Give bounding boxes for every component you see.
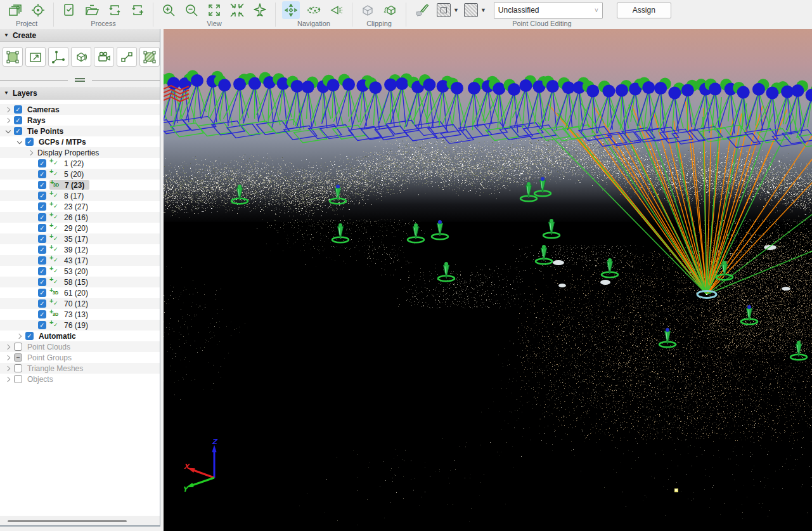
layer-row-3[interactable]: ✓GCPs / MTPs xyxy=(0,136,160,147)
layer-row-15[interactable]: ✓+✓53 (20) xyxy=(0,266,160,277)
layers-panel-header[interactable]: ▼ Layers xyxy=(0,87,160,100)
layer-checkbox[interactable]: ✓ xyxy=(38,202,46,211)
draw-line-button[interactable] xyxy=(117,47,137,67)
rerun-add-button[interactable] xyxy=(129,1,146,19)
chevron-right-icon[interactable] xyxy=(4,116,13,125)
layer-row-13[interactable]: ✓+✓39 (12) xyxy=(0,244,160,255)
3d-viewport[interactable] xyxy=(164,29,812,531)
layer-row-7[interactable]: ✓+3D7 (23) xyxy=(0,180,160,190)
layer-checkbox[interactable]: ✓ xyxy=(38,321,46,329)
layer-checkbox[interactable]: ✓ xyxy=(38,310,46,318)
layer-row-5[interactable]: ✓+✓1 (22) xyxy=(0,158,160,169)
draw-polygon-button[interactable] xyxy=(3,47,23,67)
layer-row-18[interactable]: ✓+✓70 (12) xyxy=(0,298,160,309)
layer-row-22[interactable]: Point Clouds xyxy=(0,341,160,352)
assign-button[interactable]: Assign xyxy=(617,3,671,18)
create-panel-header[interactable]: ▼ Create xyxy=(0,29,160,42)
chevron-right-icon[interactable] xyxy=(27,148,35,157)
layer-checkbox[interactable]: ✓ xyxy=(38,213,46,221)
selection-shape-dropdown-caret[interactable]: ▼ xyxy=(480,7,486,13)
clip-box-button[interactable] xyxy=(359,1,377,19)
layer-checkbox[interactable]: ✓ xyxy=(38,235,46,243)
layer-checkbox[interactable]: ✓ xyxy=(38,256,46,265)
layer-row-16[interactable]: ✓+✓58 (15) xyxy=(0,277,160,287)
look-around-button[interactable] xyxy=(328,1,345,19)
layer-checkbox[interactable]: ✓ xyxy=(38,289,46,297)
layer-row-1[interactable]: ✓Rays xyxy=(0,115,160,126)
layer-row-21[interactable]: ✓Automatic xyxy=(0,331,160,341)
layer-row-0[interactable]: ✓Cameras xyxy=(0,104,160,115)
layer-row-6[interactable]: ✓+✓5 (20) xyxy=(0,169,160,180)
layer-checkbox[interactable]: ✓ xyxy=(38,278,46,286)
chevron-right-icon[interactable] xyxy=(4,375,13,384)
georeference-target-button[interactable] xyxy=(29,1,47,19)
place-axis-button[interactable] xyxy=(48,47,68,67)
layer-row-11[interactable]: ✓+✓29 (20) xyxy=(0,223,160,233)
open-project-button[interactable] xyxy=(83,1,101,19)
layer-checkbox[interactable]: ✓ xyxy=(38,224,46,232)
layer-checkbox[interactable] xyxy=(14,375,22,383)
layer-row-8[interactable]: ✓+✓8 (17) xyxy=(0,190,160,201)
processing-report-button[interactable] xyxy=(60,1,78,19)
scrollbar-thumb[interactable] xyxy=(8,520,127,522)
layer-row-17[interactable]: ✓+3D61 (20) xyxy=(0,287,160,298)
layer-checkbox[interactable]: ✓ xyxy=(38,299,46,308)
layer-checkbox[interactable]: ✓ xyxy=(38,170,46,178)
point-cloud-canvas[interactable] xyxy=(164,29,812,531)
layer-checkbox[interactable]: ✓ xyxy=(14,127,22,135)
zoom-in-button[interactable] xyxy=(160,1,177,19)
chevron-down-icon[interactable] xyxy=(15,138,24,147)
selection-tool-button[interactable] xyxy=(437,3,451,17)
layer-row-20[interactable]: ✓+✓76 (19) xyxy=(0,320,160,331)
layer-row-2[interactable]: ✓Tie Points xyxy=(0,126,160,136)
paint-classification-button[interactable] xyxy=(413,1,432,19)
horizontal-scrollbar[interactable] xyxy=(0,516,160,525)
layer-row-14[interactable]: ✓+✓43 (17) xyxy=(0,255,160,266)
zoom-extents-button[interactable] xyxy=(205,1,223,19)
rerun-processing-button[interactable] xyxy=(106,1,124,19)
layer-checkbox[interactable]: ✓ xyxy=(38,246,46,254)
clip-box-edit-button[interactable] xyxy=(382,1,399,19)
chevron-right-icon[interactable] xyxy=(4,105,13,114)
layer-checkbox[interactable] xyxy=(14,343,22,351)
layer-row-24[interactable]: Triangle Meshes xyxy=(0,363,160,374)
layer-checkbox[interactable]: ✓ xyxy=(25,332,34,340)
clip-box-edit-icon xyxy=(383,3,398,18)
zoom-selection-button[interactable] xyxy=(228,1,246,19)
panel-splitter[interactable] xyxy=(0,73,160,87)
place-camera-button[interactable] xyxy=(94,47,114,67)
layer-checkbox[interactable]: ✓ xyxy=(14,105,22,114)
chevron-right-icon[interactable] xyxy=(15,332,24,341)
layer-checkbox[interactable]: ✓ xyxy=(38,159,46,167)
selection-shape-button[interactable] xyxy=(464,3,478,17)
chevron-right-icon[interactable] xyxy=(4,343,13,351)
zoom-out-button[interactable] xyxy=(183,1,200,19)
layer-row-4[interactable]: Display Properties xyxy=(0,147,160,158)
layer-checkbox[interactable]: ✓ xyxy=(38,181,46,189)
draw-box-button[interactable] xyxy=(71,47,91,67)
photos-button[interactable] xyxy=(6,1,24,19)
layer-row-19[interactable]: ✓+3D73 (13) xyxy=(0,309,160,320)
layer-checkbox[interactable]: ✓ xyxy=(38,267,46,275)
layer-checkbox[interactable] xyxy=(14,364,22,372)
selected-layer-highlight[interactable]: +3D7 (23) xyxy=(49,180,89,190)
layer-row-9[interactable]: ✓+✓23 (27) xyxy=(0,201,160,212)
chevron-right-icon[interactable] xyxy=(4,364,13,373)
layer-checkbox[interactable]: ✓ xyxy=(14,116,22,124)
chevron-right-icon[interactable] xyxy=(4,353,13,362)
pan-button[interactable] xyxy=(282,1,300,19)
layer-row-10[interactable]: ✓+✓26 (16) xyxy=(0,212,160,223)
layer-checkbox[interactable]: ✓ xyxy=(38,192,46,200)
fly-through-button[interactable] xyxy=(251,1,269,19)
classification-dropdown[interactable]: Unclassified ˅ xyxy=(494,2,603,19)
layer-checkbox[interactable]: ✓ xyxy=(25,138,34,146)
layer-row-23[interactable]: –Point Groups xyxy=(0,352,160,363)
layer-row-12[interactable]: ✓+✓35 (17) xyxy=(0,233,160,244)
draw-rectangle-button[interactable] xyxy=(25,47,46,67)
orbit-button[interactable] xyxy=(305,1,323,19)
layer-checkbox[interactable]: – xyxy=(14,353,22,362)
chevron-down-icon[interactable] xyxy=(4,127,13,136)
layer-row-25[interactable]: Objects xyxy=(0,374,160,384)
selection-tool-dropdown-caret[interactable]: ▼ xyxy=(453,7,459,13)
select-region-button[interactable] xyxy=(139,47,160,67)
